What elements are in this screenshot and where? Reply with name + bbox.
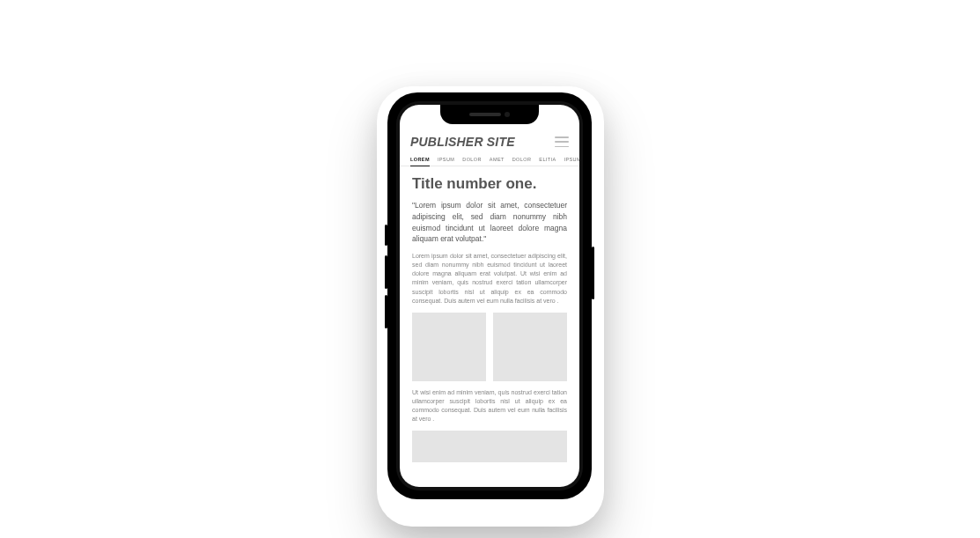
site-title: PUBLISHER SITE <box>410 135 515 149</box>
mute-switch <box>385 225 387 246</box>
camera-icon <box>505 112 510 117</box>
tab-amet-3[interactable]: AMET <box>490 154 505 166</box>
power-button <box>592 247 594 299</box>
volume-up-button <box>385 255 387 289</box>
image-placeholder <box>412 313 486 381</box>
tab-ipsum-6[interactable]: IPSUM <box>564 154 579 166</box>
article-body-1: Lorem ipsum dolor sit amet, consectetuer… <box>412 252 567 306</box>
volume-down-button <box>385 295 387 328</box>
menu-icon[interactable] <box>555 136 569 147</box>
image-placeholder <box>493 313 567 381</box>
speaker-icon <box>469 113 501 116</box>
article-lead: "Lorem ipsum dolor sit amet, consectetue… <box>412 200 567 245</box>
article-body-2: Ut wisi enim ad minim veniam, quis nostr… <box>412 388 567 424</box>
page-content: PUBLISHER SITE LOREMIPSUMDOLORAMETDOLORE… <box>400 105 579 487</box>
tab-ipsum-1[interactable]: IPSUM <box>438 154 454 166</box>
nav-tabs: LOREMIPSUMDOLORAMETDOLORELITIAIPSUM <box>400 154 579 166</box>
site-header: PUBLISHER SITE <box>400 131 579 154</box>
screen: PUBLISHER SITE LOREMIPSUMDOLORAMETDOLORE… <box>400 105 579 487</box>
tab-dolor-2[interactable]: DOLOR <box>462 154 482 166</box>
tab-dolor-4[interactable]: DOLOR <box>512 154 532 166</box>
notch <box>440 105 539 124</box>
image-row <box>412 313 567 381</box>
tab-elitia-5[interactable]: ELITIA <box>539 154 556 166</box>
image-placeholder-wide <box>412 431 567 462</box>
article: Title number one. "Lorem ipsum dolor sit… <box>400 166 579 462</box>
tab-lorem-0[interactable]: LOREM <box>410 154 430 166</box>
article-title: Title number one. <box>412 175 567 193</box>
phone-inner: PUBLISHER SITE LOREMIPSUMDOLORAMETDOLORE… <box>396 101 583 490</box>
phone-frame: PUBLISHER SITE LOREMIPSUMDOLORAMETDOLORE… <box>387 92 592 499</box>
